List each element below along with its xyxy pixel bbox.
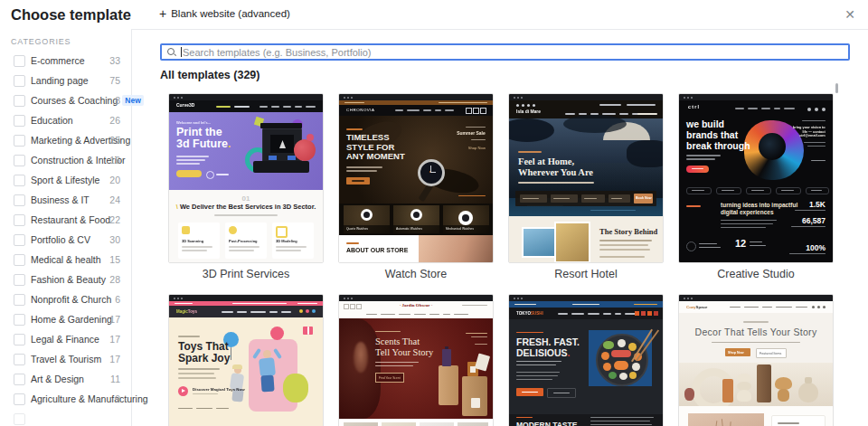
feature-icon <box>229 226 237 234</box>
sidebar-item-restaurant[interactable]: Restaurant & Food22 <box>0 210 131 230</box>
checkbox[interactable] <box>14 274 25 286</box>
checkbox[interactable] <box>14 374 25 385</box>
checkbox[interactable] <box>14 155 25 166</box>
checkbox[interactable] <box>14 214 25 226</box>
watch-face <box>418 159 445 186</box>
product-card: Quartz Watches <box>344 205 390 233</box>
sidebar-item-marketing[interactable]: Marketing & Advertising25 <box>0 130 131 150</box>
checkbox[interactable] <box>14 55 25 67</box>
gallery-tile <box>458 422 488 426</box>
mini-cta-button: Find Your Scent <box>375 373 404 383</box>
browser-chrome <box>509 295 663 301</box>
sidebar-item-partial[interactable] <box>0 409 131 426</box>
search-input[interactable] <box>182 47 843 58</box>
sidebar-item-agriculture[interactable]: Agriculture & Manufacturing9 <box>0 389 131 409</box>
vase <box>722 379 733 402</box>
checkbox[interactable] <box>14 115 25 127</box>
gallery-tile <box>382 422 416 426</box>
checkbox[interactable] <box>14 334 25 346</box>
template-title: 3D Print Services <box>168 268 324 280</box>
template-card-creative-studio[interactable]: ctrl we build brands that break through <box>678 93 834 280</box>
sidebar-item-business[interactable]: Business & IT24 <box>0 190 131 210</box>
mini-brand: Curve3D <box>176 103 194 109</box>
mini-heading: Toys That Spark Joy <box>178 341 230 364</box>
sidebar-item-construction[interactable]: Construction & Interior16 <box>0 150 131 170</box>
label-card <box>471 398 480 408</box>
mini-book-button: Book Now <box>634 194 653 204</box>
printer-base <box>253 161 309 173</box>
template-card-decor[interactable]: CozySpace Decor That Tells Your Story S <box>678 294 834 426</box>
checkbox[interactable] <box>14 314 25 326</box>
blank-website-button[interactable]: + Blank website (advanced) <box>159 7 290 20</box>
checkbox[interactable] <box>14 135 25 147</box>
vase <box>684 388 694 401</box>
feature-image <box>688 413 764 426</box>
sidebar-item-legal[interactable]: Legal & Finance17 <box>0 329 131 349</box>
plus-icon: + <box>159 7 166 20</box>
sidebar-item-medical[interactable]: Medical & health15 <box>0 250 131 270</box>
choose-template-dialog: Choose template + Blank website (advance… <box>0 0 868 426</box>
scrollbar-thumb[interactable] <box>835 83 838 93</box>
sidebar-item-travel[interactable]: Travel & Tourism17 <box>0 349 131 369</box>
template-thumbnail: TOKYOSUSHI FRESH. FAST. DE <box>508 294 664 426</box>
template-card-resort-hotel[interactable]: Isla di Mare <box>508 93 664 280</box>
browser-chrome <box>509 94 663 100</box>
gallery-tile <box>420 422 454 426</box>
booking-bar: Book Now <box>515 191 656 206</box>
checkbox[interactable] <box>14 95 25 107</box>
stat-value: 100% <box>806 243 826 252</box>
browser-chrome <box>339 94 493 100</box>
sidebar-item-landing-page[interactable]: Landing page75 <box>0 71 131 90</box>
checkbox[interactable] <box>14 294 25 306</box>
browser-chrome <box>339 295 493 301</box>
mini-brand: CHRONOVIA <box>346 108 375 112</box>
template-card-watch-store[interactable]: CHRONOVIA TIMELESS STYLE F <box>338 93 494 280</box>
stat-value: 12 <box>735 238 746 249</box>
mini-heading: we build brands that break through <box>686 118 750 151</box>
product-card: Mechanical Watches <box>443 205 489 233</box>
template-card-toys[interactable]: MagicToys <box>168 294 324 426</box>
checkbox[interactable] <box>14 254 25 266</box>
sidebar-item-home-gardening[interactable]: Home & Gardening17 <box>0 309 131 329</box>
sidebar-item-ecommerce[interactable]: E-commerce33 <box>0 51 131 71</box>
template-card-sushi[interactable]: TOKYOSUSHI FRESH. FAST. DE <box>508 294 664 426</box>
checkbox[interactable] <box>14 75 25 87</box>
checkbox[interactable] <box>14 413 25 425</box>
story-image <box>522 227 556 258</box>
template-card-perfume[interactable]: · Jardin Obscur · Sc <box>338 294 494 426</box>
wood-log <box>757 364 771 402</box>
tag-pill <box>686 187 712 194</box>
mini-cta-button <box>346 177 370 185</box>
browser-chrome <box>679 295 833 301</box>
sidebar-item-nonprofit[interactable]: Nonprofit & Church6 <box>0 289 131 309</box>
sidebar-item-fashion[interactable]: Fashion & Beauty28 <box>0 270 131 289</box>
sidebar-item-courses-coaching[interactable]: Courses & CoachingNew8 <box>0 90 131 110</box>
stat-value: 66,587 <box>802 216 826 225</box>
footer-badge <box>686 241 696 251</box>
search-box[interactable] <box>160 43 850 61</box>
checkbox[interactable] <box>14 194 25 206</box>
template-title: Watch Store <box>338 268 494 280</box>
sidebar-item-art-design[interactable]: Art & Design11 <box>0 369 131 389</box>
pedestal <box>439 365 458 405</box>
sidebar-item-education[interactable]: Education26 <box>0 110 131 130</box>
mini-cta-button: Shop Now <box>725 348 750 356</box>
sushi-platter <box>596 334 648 386</box>
product-card-tilted <box>475 354 490 372</box>
section-heading: turning ideas into impactful digital exp… <box>721 202 797 216</box>
template-card-3d-print[interactable]: Curve3D Welcome and let's... Print the 3… <box>168 93 324 280</box>
template-thumbnail: ctrl we build brands that break through <box>678 93 834 263</box>
section-heading: MODERN TASTE <box>516 421 577 426</box>
sidebar-item-portfolio[interactable]: Portfolio & CV30 <box>0 230 131 250</box>
template-thumbnail: Isla di Mare <box>508 93 664 263</box>
checkbox[interactable] <box>14 393 25 405</box>
checkbox[interactable] <box>14 175 25 186</box>
close-icon[interactable]: ✕ <box>841 5 859 24</box>
sidebar-item-sport[interactable]: Sport & Lifestyle20 <box>0 170 131 190</box>
filament-flower <box>294 139 316 161</box>
checkbox[interactable] <box>14 354 25 365</box>
template-thumbnail: Curve3D Welcome and let's... Print the 3… <box>168 93 324 263</box>
perfume-bottle <box>442 349 451 366</box>
checkbox[interactable] <box>14 234 25 246</box>
template-title: Resort Hotel <box>508 268 664 280</box>
